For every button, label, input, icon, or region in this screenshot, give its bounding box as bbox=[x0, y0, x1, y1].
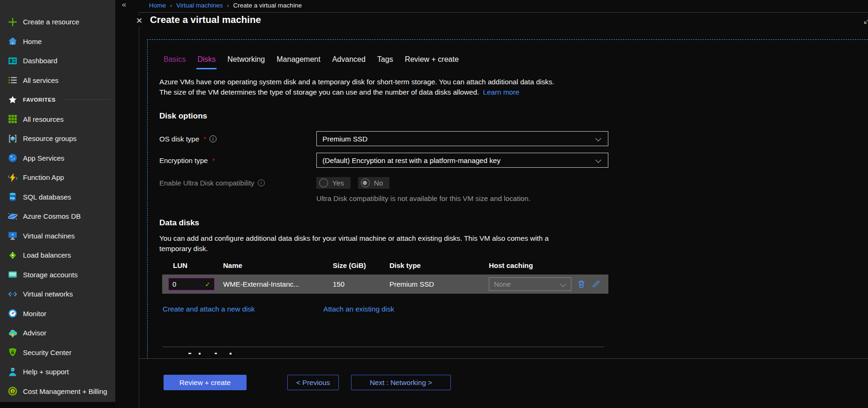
table-header-row: LUN Name Size (GiB) Disk type Host cachi… bbox=[162, 261, 608, 269]
sidebar-item-azure-cosmos-db[interactable]: Azure Cosmos DB bbox=[0, 207, 115, 226]
expand-blade-icon[interactable]: ⤢ bbox=[864, 15, 868, 27]
sidebar-item-label: Cost Management + Billing bbox=[23, 387, 107, 395]
previous-button[interactable]: < Previous bbox=[287, 375, 339, 390]
tab-tags[interactable]: Tags bbox=[376, 52, 394, 69]
sidebar-item-label: Monitor bbox=[23, 310, 46, 318]
next-networking-button[interactable]: Next : Networking > bbox=[351, 375, 451, 390]
sidebar-item-cost-management-billing[interactable]: $Cost Management + Billing bbox=[0, 382, 115, 401]
plus-icon bbox=[7, 17, 18, 27]
tab-management[interactable]: Management bbox=[276, 52, 321, 69]
col-host-caching: Host caching bbox=[489, 261, 608, 269]
breadcrumb-virtual-machines[interactable]: Virtual machines bbox=[176, 2, 223, 9]
sidebar-item-all-resources[interactable]: All resources bbox=[0, 110, 115, 129]
data-disks-table: LUN Name Size (GiB) Disk type Host cachi… bbox=[159, 261, 633, 294]
encryption-type-text: Encryption type bbox=[159, 156, 208, 164]
dashboard-icon bbox=[7, 56, 18, 66]
cube-icon bbox=[7, 134, 18, 144]
col-name: Name bbox=[223, 261, 333, 269]
encryption-type-label: Encryption type* bbox=[159, 156, 316, 164]
clipped-text-fragment bbox=[159, 352, 633, 356]
sidebar-item-virtual-machines[interactable]: Virtual machines bbox=[0, 226, 115, 246]
create-new-disk-link[interactable]: Create and attach a new disk bbox=[163, 305, 281, 313]
breadcrumb-current: Create a virtual machine bbox=[233, 2, 302, 9]
svg-text:$: $ bbox=[12, 389, 14, 393]
sidebar-item-label: App Services bbox=[23, 154, 64, 162]
diamond-icon bbox=[7, 250, 18, 260]
ultra-disk-radios: Yes No bbox=[316, 177, 389, 189]
close-icon[interactable]: ✕ bbox=[135, 16, 143, 26]
chevron-down-icon bbox=[595, 135, 601, 141]
data-disks-desc-line1: You can add and configure additional dat… bbox=[159, 234, 549, 242]
header-divider bbox=[139, 12, 868, 13]
breadcrumb-separator-icon: › bbox=[170, 2, 172, 9]
os-disk-type-label: OS disk type* i bbox=[159, 135, 316, 143]
os-disk-type-select[interactable]: Premium SSD bbox=[316, 131, 608, 146]
info-icon[interactable]: i bbox=[210, 135, 217, 142]
sidebar-item-label: Security Center bbox=[23, 349, 71, 356]
learn-more-link[interactable]: Learn more bbox=[483, 88, 520, 96]
delete-disk-icon[interactable] bbox=[576, 280, 586, 289]
col-lun: LUN bbox=[162, 261, 223, 269]
sidebar-item-label: Function App bbox=[23, 173, 64, 181]
yes-label: Yes bbox=[332, 179, 344, 187]
host-caching-select: None bbox=[489, 277, 571, 291]
breadcrumb-home[interactable]: Home bbox=[149, 2, 166, 9]
breadcrumb: Home › Virtual machines › Create a virtu… bbox=[149, 2, 302, 9]
shield-icon bbox=[7, 347, 18, 357]
sidebar-item-storage-accounts[interactable]: Storage accounts bbox=[0, 265, 115, 285]
breadcrumb-separator-icon: › bbox=[227, 2, 229, 9]
expand-glyph[interactable]: ⤢ bbox=[864, 15, 868, 26]
svg-text:SQL: SQL bbox=[10, 197, 15, 200]
tab-review-create[interactable]: Review + create bbox=[404, 52, 460, 69]
review-create-button[interactable]: Review + create bbox=[164, 375, 247, 390]
home-icon bbox=[7, 36, 18, 46]
sidebar-item-dashboard[interactable]: Dashboard bbox=[0, 51, 115, 71]
lun-value: 0 bbox=[172, 281, 176, 288]
radio-unselected-icon bbox=[319, 178, 328, 187]
monitor-icon bbox=[7, 230, 18, 241]
azure-portal-screen: Create a resourceHomeDashboardAll servic… bbox=[0, 0, 868, 408]
grid-icon bbox=[7, 114, 18, 124]
star-icon bbox=[7, 95, 18, 105]
data-disks-heading: Data disks bbox=[159, 218, 633, 228]
sidebar-item-label: Home bbox=[23, 37, 42, 45]
attach-existing-disk-link[interactable]: Attach an existing disk bbox=[323, 305, 394, 313]
sidebar-item-security-center[interactable]: Security Center bbox=[0, 343, 115, 363]
sidebar-section-favorites: FAVORITES bbox=[0, 90, 115, 110]
sidebar-item-home[interactable]: Home bbox=[0, 32, 115, 52]
tab-networking[interactable]: Networking bbox=[226, 52, 266, 69]
tab-advanced[interactable]: Advanced bbox=[331, 52, 367, 69]
sidebar-item-virtual-networks[interactable]: Virtual networks bbox=[0, 284, 115, 304]
sidebar-item-all-services[interactable]: All services bbox=[0, 71, 115, 90]
tab-disks[interactable]: Disks bbox=[196, 52, 217, 69]
data-disks-desc-line2: temporary disk. bbox=[159, 245, 208, 252]
ultra-disk-text: Enable Ultra Disk compatibility bbox=[159, 179, 254, 187]
os-disk-type-text: OS disk type bbox=[159, 135, 199, 143]
no-label: No bbox=[374, 179, 383, 187]
sidebar-item-app-services[interactable]: App Services bbox=[0, 148, 115, 168]
sidebar: Create a resourceHomeDashboardAll servic… bbox=[0, 0, 115, 402]
disk-links: Create and attach a new disk Attach an e… bbox=[159, 305, 633, 313]
sidebar-item-resource-groups[interactable]: Resource groups bbox=[0, 129, 115, 148]
footer-divider bbox=[139, 358, 868, 359]
page-title: Create a virtual machine bbox=[150, 14, 261, 25]
sidebar-item-sql-databases[interactable]: SQLSQL databases bbox=[0, 187, 115, 207]
intro-line1: Azure VMs have one operating system disk… bbox=[159, 78, 554, 86]
sidebar-item-label: All services bbox=[23, 76, 59, 84]
edit-disk-icon[interactable] bbox=[591, 280, 600, 289]
blade-left-border bbox=[139, 12, 139, 408]
sidebar-item-monitor[interactable]: Monitor bbox=[0, 304, 115, 324]
sidebar-item-load-balancers[interactable]: Load balancers bbox=[0, 245, 115, 265]
sidebar-item-advisor[interactable]: Advisor bbox=[0, 323, 115, 343]
sidebar-item-function-app[interactable]: Function App bbox=[0, 168, 115, 187]
disk-size-cell: 150 bbox=[333, 280, 389, 288]
sidebar-collapse-icon[interactable]: « bbox=[122, 0, 126, 9]
cloud-icon bbox=[7, 328, 18, 338]
lun-input[interactable]: 0 ✓ bbox=[168, 278, 215, 290]
encryption-type-select[interactable]: (Default) Encryption at rest with a plat… bbox=[316, 153, 608, 168]
sidebar-item-help-support[interactable]: Help + support bbox=[0, 362, 115, 382]
sidebar-item-label: Load balancers bbox=[23, 251, 71, 259]
tab-basics[interactable]: Basics bbox=[163, 52, 187, 69]
sidebar-item-create-a-resource[interactable]: Create a resource bbox=[0, 12, 115, 32]
chevron-down-icon bbox=[560, 281, 566, 287]
